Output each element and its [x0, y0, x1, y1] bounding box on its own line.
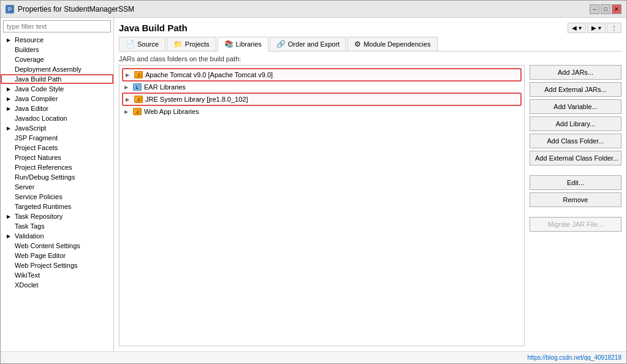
sidebar-item-project-facets[interactable]: Project Facets — [1, 143, 113, 153]
chevron-icon: ▶ — [7, 233, 13, 239]
btn-remove[interactable]: Remove — [530, 192, 621, 207]
btn-edit-[interactable]: Edit... — [530, 175, 621, 190]
sidebar-item-server[interactable]: Server — [1, 182, 113, 192]
maximize-button[interactable]: □ — [601, 4, 610, 14]
sidebar-item-javadoc-location[interactable]: Javadoc Location — [1, 113, 113, 123]
tree-item-0[interactable]: ▶JApache Tomcat v9.0 [Apache Tomcat v9.0… — [122, 68, 522, 82]
sidebar-item-service-policies[interactable]: Service Policies — [1, 192, 113, 202]
sidebar-item-label: Web Page Editor — [15, 252, 66, 259]
tab-label: Source — [137, 40, 159, 48]
btn-add-library-[interactable]: Add Library... — [530, 116, 621, 131]
chevron-icon: ▶ — [7, 37, 13, 43]
sidebar-item-java-editor[interactable]: ▶Java Editor — [1, 104, 113, 113]
sidebar-item-coverage[interactable]: Coverage — [1, 55, 113, 64]
tree-item-icon: J — [134, 70, 143, 79]
back-button[interactable]: ◀ ▾ — [568, 23, 586, 33]
tab-module-dependencies[interactable]: ⚙Module Dependencies — [348, 37, 437, 51]
title-bar: P Properties for StudentManagerSSM – □ ✕ — [1, 1, 626, 18]
sidebar-item-label: Run/Debug Settings — [15, 173, 75, 181]
sidebar-item-label: Deployment Assembly — [15, 66, 82, 73]
sidebar-item-label: Task Repository — [15, 213, 63, 220]
tab-icon: 📄 — [126, 40, 135, 48]
build-path-area: ▶JApache Tomcat v9.0 [Apache Tomcat v9.0… — [119, 65, 621, 346]
sidebar-item-run/debug-settings[interactable]: Run/Debug Settings — [1, 172, 113, 182]
tab-source[interactable]: 📄Source — [119, 37, 165, 51]
sidebar-item-label: Project Facets — [15, 144, 58, 151]
close-button[interactable]: ✕ — [612, 4, 621, 14]
minimize-button[interactable]: – — [590, 4, 599, 14]
sidebar-item-targeted-runtimes[interactable]: Targeted Runtimes — [1, 202, 113, 211]
tree-item-icon: L — [133, 83, 142, 91]
tree-chevron-icon: ▶ — [126, 72, 132, 78]
sidebar-item-xdoclet[interactable]: XDoclet — [1, 280, 113, 290]
sidebar-item-javascript[interactable]: ▶JavaScript — [1, 123, 113, 133]
sidebar-item-validation[interactable]: ▶Validation — [1, 231, 113, 241]
section-label: JARs and class folders on the build path… — [119, 55, 621, 63]
btn-migrate-jar-file-: Migrate JAR File... — [530, 217, 621, 232]
url-label: https://blog.csdn.net/qq_40918218 — [528, 354, 621, 361]
sidebar-item-builders[interactable]: Builders — [1, 45, 113, 55]
chevron-icon: ▶ — [7, 126, 13, 131]
sidebar-item-java-compiler[interactable]: ▶Java Compiler — [1, 94, 113, 104]
forward-button[interactable]: ▶ ▾ — [587, 23, 606, 33]
sidebar-item-project-references[interactable]: Project References — [1, 162, 113, 172]
tab-order-and-export[interactable]: 🔗Order and Export — [270, 37, 346, 51]
buttons-panel: Add JARs...Add External JARs...Add Varia… — [530, 65, 621, 346]
sidebar-item-task-repository[interactable]: ▶Task Repository — [1, 211, 113, 221]
sidebar-items: ▶ResourceBuildersCoverageDeployment Asse… — [1, 35, 113, 351]
panel-header: Java Build Path ◀ ▾ ▶ ▾ ⋮ — [119, 23, 621, 33]
sidebar-item-label: Targeted Runtimes — [15, 203, 71, 210]
more-options-button[interactable]: ⋮ — [607, 23, 621, 33]
tab-libraries[interactable]: 📚Libraries — [218, 37, 268, 51]
sidebar-item-label: Service Policies — [15, 193, 63, 200]
tree-item-3[interactable]: ▶JWeb App Libraries — [122, 106, 522, 117]
panel-title: Java Build Path — [119, 23, 188, 33]
btn-add-class-folder-[interactable]: Add Class Folder... — [530, 134, 621, 148]
tree-item-label: JRE System Library [jre1.8.0_102] — [145, 96, 248, 103]
tabs-bar: 📄Source📁Projects📚Libraries🔗Order and Exp… — [119, 37, 621, 51]
tree-item-label: EAR Libraries — [144, 83, 186, 91]
sidebar-item-jsp-fragment[interactable]: JSP Fragment — [1, 133, 113, 143]
btn-add-jars-[interactable]: Add JARs... — [530, 65, 621, 80]
tree-item-2[interactable]: ▶JJRE System Library [jre1.8.0_102] — [122, 93, 522, 106]
btn-add-external-class-folder-[interactable]: Add External Class Folder... — [530, 151, 621, 165]
btn-add-variable-[interactable]: Add Variable... — [530, 99, 621, 114]
tree-item-icon: J — [133, 107, 142, 116]
chevron-icon: ▶ — [7, 86, 13, 92]
tab-label: Order and Export — [288, 40, 340, 48]
sidebar-item-label: Validation — [15, 232, 44, 240]
tab-icon: ⚙ — [354, 40, 361, 48]
main-content: ▶ResourceBuildersCoverageDeployment Asse… — [1, 18, 626, 351]
sidebar-item-java-build-path[interactable]: Java Build Path — [1, 74, 113, 84]
sidebar-item-task-tags[interactable]: Task Tags — [1, 221, 113, 231]
sidebar-item-label: Java Build Path — [15, 75, 61, 83]
window-title: Properties for StudentManagerSSM — [18, 5, 134, 13]
sidebar-item-deployment-assembly[interactable]: Deployment Assembly — [1, 64, 113, 74]
sidebar-item-resource[interactable]: ▶Resource — [1, 35, 113, 45]
sidebar: ▶ResourceBuildersCoverageDeployment Asse… — [1, 18, 114, 351]
button-separator — [530, 210, 621, 214]
sidebar-item-wikitext[interactable]: WikiText — [1, 270, 113, 280]
sidebar-item-web-content-settings[interactable]: Web Content Settings — [1, 241, 113, 251]
tab-projects[interactable]: 📁Projects — [167, 37, 216, 51]
button-separator — [530, 168, 621, 173]
title-bar-left: P Properties for StudentManagerSSM — [6, 5, 134, 13]
tree-item-1[interactable]: ▶LEAR Libraries — [122, 82, 522, 93]
right-panel: Java Build Path ◀ ▾ ▶ ▾ ⋮ 📄Source📁Projec… — [114, 18, 626, 351]
filter-input[interactable] — [3, 20, 111, 32]
btn-add-external-jars-[interactable]: Add External JARs... — [530, 82, 621, 97]
sidebar-item-web-page-editor[interactable]: Web Page Editor — [1, 251, 113, 260]
tree-area: ▶JApache Tomcat v9.0 [Apache Tomcat v9.0… — [119, 65, 525, 346]
sidebar-item-label: Coverage — [15, 56, 44, 63]
sidebar-item-label: WikiText — [15, 271, 40, 279]
sidebar-item-label: Java Code Style — [15, 85, 64, 93]
sidebar-item-project-natures[interactable]: Project Natures — [1, 153, 113, 162]
sidebar-item-web-project-settings[interactable]: Web Project Settings — [1, 260, 113, 270]
sidebar-item-label: JavaScript — [15, 124, 46, 132]
sidebar-item-java-code-style[interactable]: ▶Java Code Style — [1, 84, 113, 94]
tree-chevron-icon: ▶ — [124, 85, 131, 90]
sidebar-item-label: Java Compiler — [15, 95, 58, 102]
tree-chevron-icon: ▶ — [126, 97, 132, 102]
sidebar-item-label: Server — [15, 183, 34, 191]
sidebar-item-label: Java Editor — [15, 105, 48, 112]
